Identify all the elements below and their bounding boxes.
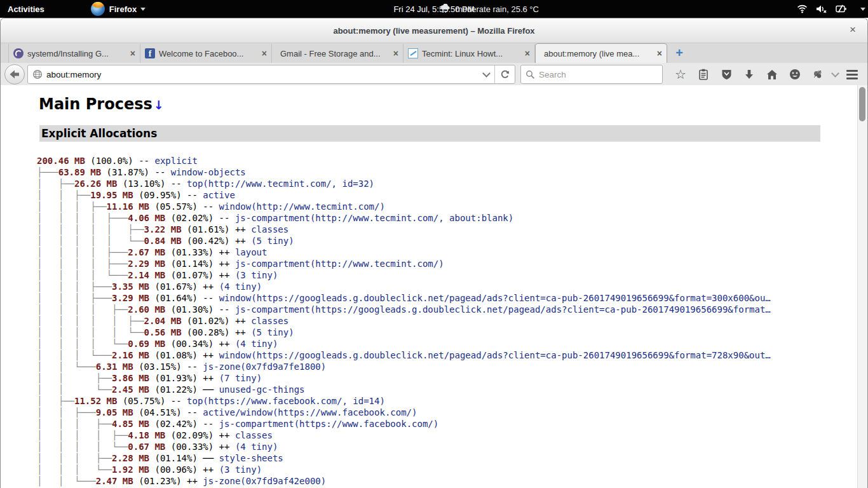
memory-node-name[interactable]: window(https://googleads.g.doubleclick.n… xyxy=(219,350,771,360)
system-status-area[interactable] xyxy=(797,0,865,18)
memory-tree-row: │ │ │ │ │ └──0.56 MB (00.28%) ++ (5 tiny… xyxy=(37,327,857,338)
expand-separator[interactable]: ++ xyxy=(219,339,235,349)
browser-tab[interactable]: about:memory (live mea...× xyxy=(535,43,667,63)
memory-node-name[interactable]: (5 tiny) xyxy=(251,327,294,337)
tab-close-button[interactable]: × xyxy=(657,48,662,58)
expand-separator[interactable]: ++ xyxy=(219,430,235,440)
memory-node-name[interactable]: window-objects xyxy=(171,167,246,177)
memory-node-name[interactable]: classes xyxy=(235,430,273,440)
memory-node-name[interactable]: (4 tiny) xyxy=(219,281,262,292)
app-menu-firefox[interactable]: Firefox xyxy=(85,0,151,18)
pocket-shield-icon[interactable] xyxy=(715,65,738,84)
tree-line-prefix: │ │ ├── xyxy=(37,190,90,200)
expand-separator[interactable]: ++ xyxy=(219,247,235,257)
expand-separator[interactable]: ++ xyxy=(219,259,235,269)
expand-separator[interactable]: ++ xyxy=(235,327,251,337)
memory-node-name[interactable]: (4 tiny) xyxy=(235,339,278,349)
expand-separator[interactable]: ++ xyxy=(219,442,235,452)
tab-close-button[interactable]: × xyxy=(525,48,530,58)
clipboard-icon[interactable] xyxy=(692,65,715,84)
tree-line-prefix: │ │ └─── xyxy=(37,476,96,486)
memory-node-name[interactable]: (3 tiny) xyxy=(235,270,278,280)
expand-separator[interactable]: -- xyxy=(219,213,235,223)
new-tab-button[interactable]: + xyxy=(671,45,688,62)
back-button[interactable] xyxy=(4,64,25,85)
expand-separator[interactable]: -- xyxy=(203,419,219,429)
expand-separator[interactable]: -- xyxy=(171,179,187,189)
memory-node-name[interactable]: js-compartment(http://www.tecmint.com/) xyxy=(235,259,444,269)
browser-tab[interactable]: Gmail - Free Storage and...× xyxy=(272,44,403,63)
expand-separator[interactable]: -- xyxy=(171,396,187,406)
memory-node-name[interactable]: (3 tiny) xyxy=(219,464,262,475)
expand-separator[interactable]: -- xyxy=(139,156,154,166)
download-icon[interactable] xyxy=(738,65,761,84)
memory-node-name[interactable]: js-compartment(https://www.facebook.com/… xyxy=(219,419,439,429)
memory-node-name[interactable]: window(http://www.tecmint.com/) xyxy=(219,201,385,212)
hello-smiley-icon[interactable] xyxy=(783,65,806,84)
extension-icon[interactable] xyxy=(806,65,829,84)
memory-node-name[interactable]: active xyxy=(203,190,235,200)
memory-tree-row: │ │ └──2.45 MB (01.22%) ── unused-gc-thi… xyxy=(37,384,857,395)
expand-separator[interactable]: ++ xyxy=(203,350,219,360)
memory-node-name[interactable]: top(http://www.tecmint.com/, id=32) xyxy=(187,179,374,189)
tab-close-button[interactable]: × xyxy=(130,48,135,58)
expand-separator[interactable]: -- xyxy=(154,167,170,177)
expand-separator[interactable]: -- xyxy=(187,362,203,372)
url-bar[interactable]: about:memory xyxy=(27,65,515,84)
expand-separator[interactable]: ++ xyxy=(235,316,251,326)
memory-node-name[interactable]: js-zone(0x7fd9af42e000) xyxy=(203,476,326,486)
reload-button[interactable] xyxy=(494,65,515,83)
back-arrow-icon xyxy=(10,70,20,79)
tree-line-prefix: │ │ │ │ │ └── xyxy=(37,327,144,337)
bookmark-star-icon[interactable]: ☆ xyxy=(669,65,692,84)
menu-hamburger-icon[interactable] xyxy=(841,65,864,84)
memory-node-name[interactable]: (4 tiny) xyxy=(235,442,278,452)
process-collapse-link[interactable]: ↓ xyxy=(154,98,164,112)
scrollbar-thumb[interactable] xyxy=(859,87,865,121)
expand-separator[interactable]: ++ xyxy=(219,270,235,280)
expand-separator[interactable]: ++ xyxy=(203,464,219,475)
home-icon[interactable] xyxy=(761,65,783,84)
expand-separator[interactable]: -- xyxy=(203,293,219,303)
expand-separator[interactable]: -- xyxy=(219,304,235,315)
memory-node-name[interactable]: classes xyxy=(251,316,288,326)
memory-node-name[interactable]: window(https://googleads.g.doubleclick.n… xyxy=(219,293,771,303)
memory-node-name[interactable]: (5 tiny) xyxy=(251,236,294,246)
activities-button[interactable]: Activities xyxy=(2,0,50,18)
memory-tree-row: │ │ │ └───2.16 MB (01.08%) ++ window(htt… xyxy=(37,349,857,361)
memory-tree-row: │ │ │ │ ├───4.06 MB (02.02%) -- js-compa… xyxy=(37,212,857,224)
url-text[interactable]: about:memory xyxy=(46,70,101,79)
overflow-chevron-icon[interactable] xyxy=(829,65,841,84)
browser-tab[interactable]: Tecmint: Linux Howt...× xyxy=(403,44,535,63)
tab-close-button[interactable]: × xyxy=(262,48,267,58)
expand-separator[interactable]: ++ xyxy=(235,224,251,234)
expand-separator[interactable]: ++ xyxy=(235,236,251,246)
memory-node-name[interactable]: explicit xyxy=(154,156,197,166)
memory-node-name[interactable]: js-zone(0x7fd9a7fe1800) xyxy=(203,362,326,372)
window-titlebar[interactable]: about:memory (live measurement) – Mozill… xyxy=(1,18,867,43)
memory-node-name[interactable]: (7 tiny) xyxy=(219,373,262,383)
caret-down-icon xyxy=(860,8,865,11)
browser-tab[interactable]: fWelcome to Faceboo...× xyxy=(140,44,272,63)
browser-tab[interactable]: systemd/Installing G...× xyxy=(8,44,140,63)
expand-separator[interactable]: -- xyxy=(187,190,203,200)
tree-line-prefix: │ │ ├─── xyxy=(37,407,96,417)
tab-close-button[interactable]: × xyxy=(393,48,398,58)
memory-node-name[interactable]: layout xyxy=(235,247,268,257)
window-close-button[interactable]: × xyxy=(846,24,860,37)
expand-separator[interactable]: ++ xyxy=(203,373,219,383)
page-scrollbar[interactable] xyxy=(857,85,867,488)
memory-node-name[interactable]: js-compartment(https://googleads.g.doubl… xyxy=(235,304,771,315)
expand-separator[interactable]: -- xyxy=(203,201,219,212)
search-icon xyxy=(526,70,535,79)
search-bar[interactable]: Search xyxy=(520,65,663,84)
memory-node-name[interactable]: top(https://www.facebook.com/, id=14) xyxy=(187,396,385,406)
memory-node-name[interactable]: js-compartment(http://www.tecmint.com/, … xyxy=(235,213,513,223)
memory-node-name[interactable]: classes xyxy=(251,224,288,234)
expand-separator[interactable]: -- xyxy=(187,407,203,417)
memory-percent: (05.75%) xyxy=(117,396,170,406)
url-dropdown-chevron-icon[interactable] xyxy=(482,69,491,78)
memory-node-name[interactable]: active/window(https://www.facebook.com/) xyxy=(203,407,417,417)
expand-separator[interactable]: ++ xyxy=(203,281,219,292)
expand-separator[interactable]: ++ xyxy=(187,476,203,486)
